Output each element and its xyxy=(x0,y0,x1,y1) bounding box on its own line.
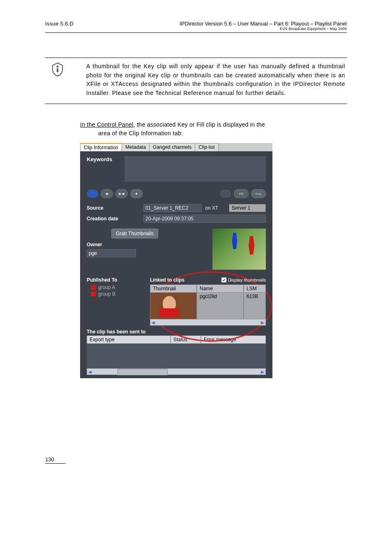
tab-clip-list[interactable]: Clip-list xyxy=(195,143,218,151)
control-panel-screenshot: Clip Information Metadata Ganged channel… xyxy=(80,143,272,378)
published-to-label: Published To xyxy=(87,277,145,283)
svg-point-0 xyxy=(57,66,59,68)
note-icon xyxy=(45,62,66,79)
note-block: A thumbnail for the Key clip will only a… xyxy=(45,58,347,104)
sent-col-export-type: Export type xyxy=(87,335,171,344)
scroll-left-icon[interactable]: ◀ xyxy=(150,320,156,325)
sent-table-body xyxy=(87,344,266,368)
tab-ganged-channels[interactable]: Ganged channels xyxy=(149,143,195,151)
linked-row-thumbnail xyxy=(150,293,197,319)
pill-icon-star3[interactable]: ✦ xyxy=(130,189,143,198)
header-issue: Issue 5.6.D xyxy=(45,21,74,31)
pill-icon-dark[interactable] xyxy=(220,190,231,198)
pill-icon-blue[interactable] xyxy=(87,190,98,198)
note-text: A thumbnail for the Key clip will only a… xyxy=(74,62,347,98)
keywords-box[interactable] xyxy=(125,156,266,182)
owner-value: pge xyxy=(87,249,136,257)
icon-row: ★ ★★ ✦ Fill Key xyxy=(87,189,266,198)
sent-col-error: Error message xyxy=(201,335,266,344)
linked-to-clips-label: Linked to clips xyxy=(150,277,184,283)
page-number: 130 xyxy=(45,456,66,464)
grab-thumbnails-button[interactable]: Grab Thumbnails xyxy=(111,229,158,238)
linked-row[interactable]: pgcl28d 613B xyxy=(150,293,266,319)
header-subtitle: EVS Broadcast Equipment – May 2009 xyxy=(180,27,347,31)
pill-icon-star2[interactable]: ★★ xyxy=(115,189,128,198)
fill-icon[interactable]: Fill xyxy=(234,189,249,198)
display-thumbnails-label: Display thumbnails xyxy=(228,278,266,282)
creation-date-value: 20-Apr-2009 09:37:05 xyxy=(143,215,266,223)
page-header: Issue 5.6.D IPDirector Version 5.6 – Use… xyxy=(45,21,347,33)
body-lead-rest: , the associated Key or Fill clip is dis… xyxy=(134,121,265,128)
onxt-label: on XT xyxy=(205,205,226,211)
linked-col-thumbnail: Thumbnail xyxy=(150,284,197,293)
body-paragraph: In the Control Panel, the associated Key… xyxy=(80,120,347,138)
scroll-left-icon[interactable]: ◀ xyxy=(87,370,93,374)
group-b[interactable]: group B xyxy=(87,291,145,297)
sent-scrollbar[interactable]: ◀ ▶ xyxy=(87,368,266,375)
linked-row-lsm: 613B xyxy=(244,293,266,319)
clip-thumbnail xyxy=(212,229,266,270)
sent-col-status: Status xyxy=(171,335,201,344)
scroll-right-icon[interactable]: ▶ xyxy=(260,320,265,325)
checkbox-icon: ✔ xyxy=(221,278,226,282)
tab-strip: Clip Information Metadata Ganged channel… xyxy=(80,143,272,151)
group-a[interactable]: group A xyxy=(87,284,145,290)
linked-scrollbar[interactable]: ◀ ▶ xyxy=(150,319,266,326)
tab-metadata[interactable]: Metadata xyxy=(122,143,150,151)
linked-row-name: pgcl28d xyxy=(197,293,244,319)
scroll-right-icon[interactable]: ▶ xyxy=(260,370,265,374)
server-button[interactable]: Server 1 xyxy=(229,204,266,212)
owner-label: Owner xyxy=(87,242,208,247)
linked-col-lsm: LSM xyxy=(244,284,266,293)
source-value: 01_Server 1_REC2 xyxy=(143,204,202,212)
creation-date-label: Creation date xyxy=(87,216,140,222)
body-lead-underlined: In the Control Panel xyxy=(80,121,134,128)
pill-icon-star1[interactable]: ★ xyxy=(101,189,113,198)
tab-clip-information[interactable]: Clip Information xyxy=(80,143,122,151)
display-thumbnails-checkbox[interactable]: ✔ Display thumbnails xyxy=(221,278,266,282)
svg-rect-1 xyxy=(57,68,58,72)
body-indent-line: area of the Clip Information tab: xyxy=(80,129,347,138)
keywords-label: Keywords xyxy=(87,156,112,162)
header-title: IPDirector Version 5.6 – User Manual – P… xyxy=(180,21,347,27)
key-icon[interactable]: Key xyxy=(251,189,266,198)
linked-col-name: Name xyxy=(197,284,244,293)
source-label: Source xyxy=(87,205,140,211)
sent-to-label: The clip has been sent to xyxy=(87,329,266,335)
